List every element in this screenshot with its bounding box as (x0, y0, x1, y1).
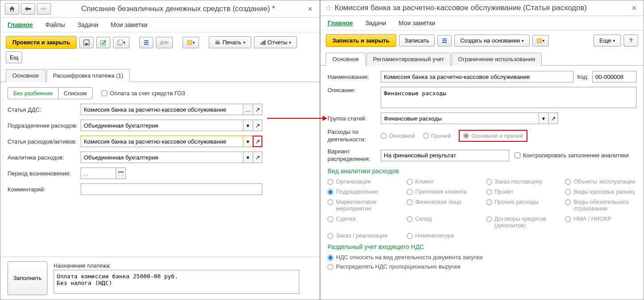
attach-icon-button[interactable]: ▾ (183, 37, 199, 48)
tab-detail[interactable]: Расшифровка платежа (1) (47, 69, 130, 82)
group-dropdown-icon[interactable]: ▾ (539, 113, 548, 124)
help-button[interactable]: ? (624, 35, 638, 47)
an-credits[interactable] (486, 216, 492, 222)
more-button-right[interactable]: Еще▾ (593, 35, 621, 47)
comment-input[interactable] (81, 183, 262, 195)
menu-main[interactable]: Главное (8, 21, 33, 28)
right-tabs: Основное Регламентированный учет Огранич… (320, 52, 644, 66)
home-button[interactable] (5, 3, 19, 15)
control-checkbox[interactable] (515, 152, 520, 158)
create-based-button[interactable]: Создать на основании▾ (454, 35, 530, 47)
left-content: Без разбиения Списком Оплата за счет сре… (0, 82, 320, 257)
back-button[interactable] (21, 3, 35, 15)
menu-tasks[interactable]: Задачи (78, 21, 98, 28)
reports-button[interactable]: Отчеты▾ (254, 36, 297, 48)
radio-other[interactable] (423, 133, 429, 139)
an-fx[interactable] (565, 189, 571, 195)
period-value: . . (84, 170, 89, 177)
goz-checkbox[interactable] (101, 90, 107, 96)
purpose-textarea[interactable] (54, 270, 299, 294)
an-objects[interactable] (565, 179, 571, 185)
post-icon-button[interactable] (96, 37, 110, 48)
an-nma[interactable] (565, 216, 571, 222)
expense-input[interactable] (81, 136, 243, 147)
expense-dropdown-icon[interactable]: ▾ (243, 136, 253, 147)
an-nomen[interactable] (407, 233, 413, 239)
forward-button[interactable] (37, 3, 51, 15)
left-close-button[interactable]: × (305, 4, 315, 14)
an-claim[interactable] (407, 189, 413, 195)
rmenu-tasks[interactable]: Задачи (365, 19, 386, 27)
analytics-grid: Организация Клиент Заказ поставщику Объе… (328, 178, 636, 239)
save-and-close-button[interactable]: Записать и закрыть (326, 34, 396, 47)
analytics-open-icon[interactable]: ↗ (253, 152, 262, 163)
dds-dropdown-icon[interactable]: … (243, 104, 253, 115)
rmenu-main[interactable]: Главное (328, 19, 353, 27)
radio-main[interactable] (381, 133, 386, 139)
group-field: ▾ ↗ (381, 113, 558, 124)
post-and-close-button[interactable]: Провести и закрыть (6, 36, 77, 49)
left-titlebar: Списание безналичных денежных средств (с… (0, 0, 320, 18)
an-supplier-order[interactable] (486, 179, 492, 185)
an-dept[interactable] (328, 189, 333, 195)
svg-rect-16 (442, 39, 447, 39)
menu-files[interactable]: Файлы (45, 21, 65, 28)
code-input[interactable] (592, 71, 636, 82)
right-titlebar: ☆ Комиссия банка за расчетно-кассовое об… (320, 0, 644, 16)
period-input[interactable]: . . (81, 168, 116, 179)
dept-open-icon[interactable]: ↗ (253, 120, 262, 131)
group-input[interactable] (381, 113, 539, 124)
dept-dropdown-icon[interactable]: ▾ (243, 120, 253, 131)
more-button-left[interactable]: Ещ (6, 51, 22, 63)
dds-open-icon[interactable]: ↗ (253, 104, 262, 115)
dtkt-icon-button[interactable]: ДтКт (156, 37, 173, 48)
desc-textarea[interactable] (381, 87, 636, 108)
comment-label: Комментарий: (8, 186, 81, 193)
attach-icon-button-r[interactable]: ▾ (532, 35, 549, 47)
dept-input[interactable] (81, 120, 243, 131)
an-org[interactable] (328, 179, 333, 185)
split-toggle: Без разбиения Списком (8, 87, 93, 99)
an-deal[interactable] (328, 216, 333, 222)
an-insurance[interactable] (565, 199, 571, 205)
rtab-main[interactable]: Основное (326, 53, 366, 66)
variant-input[interactable] (381, 150, 509, 161)
copy-icon-button[interactable]: ▾ (113, 37, 129, 48)
vat-opt1[interactable] (328, 255, 333, 261)
menu-notes[interactable]: Мои заметки (111, 21, 148, 28)
list-icon-button[interactable] (139, 37, 153, 48)
list-icon-button-r[interactable] (437, 35, 452, 47)
radio-both[interactable] (463, 133, 469, 139)
dds-label: Статья ДДС: (8, 106, 81, 113)
tab-main-left[interactable]: Основное (6, 69, 46, 82)
rtab-reg[interactable]: Регламентированный учет (367, 53, 451, 66)
an-order-real[interactable] (328, 233, 333, 239)
rtab-limit[interactable]: Ограничение использования (452, 53, 542, 66)
an-warehouse[interactable] (407, 216, 413, 222)
print-button[interactable]: Печать▾ (209, 36, 251, 48)
analytics-input[interactable] (81, 152, 243, 163)
expense-open-icon[interactable]: ↗ (253, 136, 262, 147)
goz-label: Оплата за счет средств ГОЗ (110, 90, 185, 97)
save-icon-button[interactable] (79, 37, 94, 48)
dds-input[interactable] (81, 104, 243, 115)
name-input[interactable] (381, 71, 574, 82)
an-person[interactable] (407, 199, 413, 205)
toggle-no-split[interactable]: Без разбиения (8, 88, 59, 99)
more-label-r: Еще (599, 37, 611, 44)
fill-button[interactable]: Заполнить (8, 261, 47, 296)
star-icon[interactable]: ☆ (325, 3, 332, 13)
an-marketing[interactable] (328, 199, 333, 205)
toggle-list[interactable]: Списком (59, 88, 92, 99)
analytics-dropdown-icon[interactable]: ▾ (243, 152, 253, 163)
group-open-icon[interactable]: ↗ (548, 113, 558, 124)
rmenu-notes[interactable]: Мои заметки (398, 19, 435, 27)
an-other-exp[interactable] (486, 199, 492, 205)
an-client[interactable] (407, 179, 413, 185)
code-label: Код: (577, 74, 589, 80)
save-button[interactable]: Записать (399, 35, 435, 47)
vat-opt2[interactable] (328, 264, 333, 270)
right-close-button[interactable]: × (629, 4, 639, 13)
an-project[interactable] (486, 189, 492, 195)
calendar-icon[interactable] (116, 168, 126, 179)
